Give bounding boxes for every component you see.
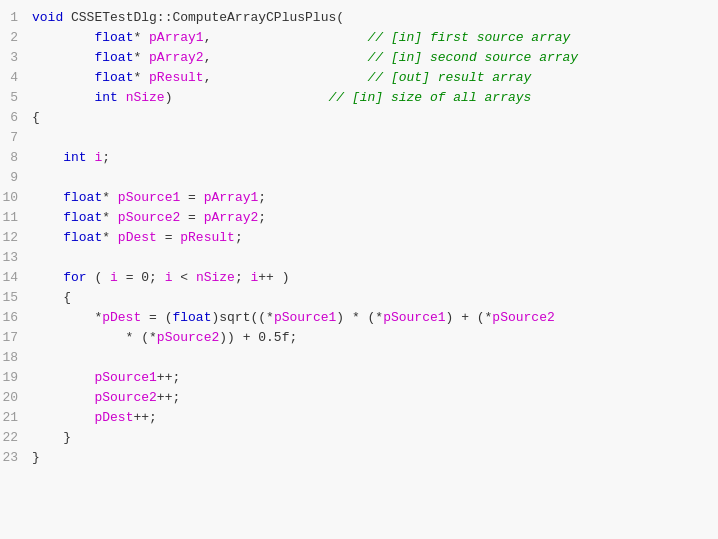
code-token: { [32,290,71,305]
code-token: int [94,90,117,105]
line-number: 15 [0,288,28,308]
code-token: pDest [118,230,157,245]
code-token: nSize [196,270,235,285]
line-content: void CSSETestDlg::ComputeArrayCPlusPlus( [28,8,718,28]
line-number: 6 [0,108,28,128]
code-token: * [133,70,149,85]
code-token: pSource2 [492,310,554,325]
code-token [32,30,94,45]
line-number: 22 [0,428,28,448]
line-content: pSource1++; [28,368,718,388]
code-token: } [32,450,40,465]
line-number: 11 [0,208,28,228]
code-token [32,150,63,165]
code-token: ; [235,230,243,245]
code-token: for [63,270,86,285]
code-token: pArray1 [149,30,204,45]
code-token [32,370,94,385]
code-token [211,70,367,85]
code-token: pArray1 [204,190,259,205]
line-number: 3 [0,48,28,68]
code-token: float [63,230,102,245]
line-content: for ( i = 0; i < nSize; i++ ) [28,268,718,288]
line-number: 5 [0,88,28,108]
code-token: float [94,70,133,85]
line-number: 20 [0,388,28,408]
code-token: float [63,190,102,205]
code-line: 1void CSSETestDlg::ComputeArrayCPlusPlus… [0,8,718,28]
code-line: 16 *pDest = (float)sqrt((*pSource1) * (*… [0,308,718,328]
line-number: 4 [0,68,28,88]
code-line: 12 float* pDest = pResult; [0,228,718,248]
code-token [32,70,94,85]
code-token: pSource2 [94,390,156,405]
line-content: float* pSource1 = pArray1; [28,188,718,208]
code-token [211,30,367,45]
code-line: 7 [0,128,718,148]
code-token [32,270,63,285]
code-token: pDest [94,410,133,425]
code-token: // [in] second source array [368,50,579,65]
code-token: ++; [157,390,180,405]
code-token [32,230,63,245]
code-token: CSSETestDlg::ComputeArrayCPlusPlus( [63,10,344,25]
code-line: 10 float* pSource1 = pArray1; [0,188,718,208]
code-line: 22 } [0,428,718,448]
code-line: 2 float* pArray1, // [in] first source a… [0,28,718,48]
code-token: nSize [126,90,165,105]
code-token: * (* [32,330,157,345]
code-line: 9 [0,168,718,188]
code-token: < [172,270,195,285]
code-token: ) * (* [336,310,383,325]
code-line: 5 int nSize) // [in] size of all arrays [0,88,718,108]
code-line: 18 [0,348,718,368]
code-token [32,410,94,425]
line-number: 9 [0,168,28,188]
code-token [32,50,94,65]
line-number: 1 [0,8,28,28]
line-content: } [28,428,718,448]
code-token: float [172,310,211,325]
code-token: // [out] result array [368,70,532,85]
code-line: 20 pSource2++; [0,388,718,408]
code-token: ++ ) [258,270,289,285]
code-token: float [94,30,133,45]
code-token: pSource1 [118,190,180,205]
line-number: 8 [0,148,28,168]
code-token: int [63,150,86,165]
code-token: ++; [157,370,180,385]
code-token: = [180,210,203,225]
code-token: = ( [141,310,172,325]
code-token: pSource2 [118,210,180,225]
code-line: 19 pSource1++; [0,368,718,388]
line-content: { [28,288,718,308]
code-token: float [94,50,133,65]
line-number: 19 [0,368,28,388]
code-token: pResult [180,230,235,245]
code-token [32,90,94,105]
code-token: ) + (* [446,310,493,325]
code-token: pDest [102,310,141,325]
code-token: pArray2 [204,210,259,225]
code-token: // [in] size of all arrays [329,90,532,105]
code-token [32,390,94,405]
line-content: * (*pSource2)) + 0.5f; [28,328,718,348]
line-content: float* pDest = pResult; [28,228,718,248]
line-content [28,348,718,368]
code-line: 11 float* pSource2 = pArray2; [0,208,718,228]
code-token: pSource2 [157,330,219,345]
code-token: pSource1 [383,310,445,325]
code-token: i [110,270,118,285]
code-line: 8 int i; [0,148,718,168]
code-line: 13 [0,248,718,268]
code-editor: 1void CSSETestDlg::ComputeArrayCPlusPlus… [0,0,718,539]
code-line: 14 for ( i = 0; i < nSize; i++ ) [0,268,718,288]
code-token: ; [102,150,110,165]
code-token: ( [87,270,110,285]
line-content [28,128,718,148]
line-number: 18 [0,348,28,368]
code-token: = [180,190,203,205]
code-line: 23} [0,448,718,468]
code-token: ; [235,270,251,285]
line-number: 16 [0,308,28,328]
